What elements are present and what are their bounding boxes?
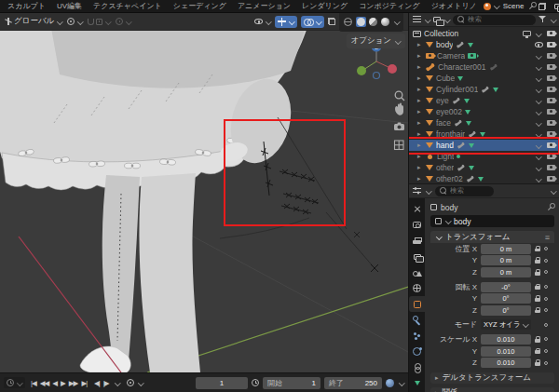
proportional-editing-toggle[interactable] — [116, 18, 131, 25]
properties-tab-object[interactable] — [409, 296, 425, 312]
animate-decorator-icon[interactable] — [544, 361, 548, 365]
lock-icon[interactable] — [535, 269, 540, 276]
properties-tab-particles[interactable] — [409, 328, 425, 344]
object-name-field[interactable]: body — [430, 215, 554, 227]
frame-end-field[interactable]: 終了 250 — [324, 377, 382, 389]
transform-value-field[interactable]: 0 m — [481, 267, 531, 277]
hide-viewport-icon[interactable] — [536, 76, 542, 81]
filter-funnel-icon[interactable] — [539, 16, 547, 23]
disable-render-icon[interactable] — [547, 64, 555, 70]
shading-solid-button[interactable] — [356, 17, 366, 27]
transform-value-field[interactable]: 0 m — [481, 244, 531, 254]
outliner-row-fronthair[interactable]: ▸fronthair — [409, 128, 559, 140]
properties-tab-view-layer[interactable] — [409, 249, 425, 264]
disable-render-icon[interactable] — [547, 109, 555, 115]
toggle-xray-icon[interactable] — [328, 18, 335, 25]
hide-viewport-icon[interactable] — [536, 132, 542, 137]
outliner-row-Cube[interactable]: ▸Cube — [409, 73, 559, 84]
options-button[interactable]: オプション — [347, 34, 406, 48]
transform-orientation-dropdown[interactable]: グローバル — [5, 16, 62, 27]
animate-decorator-icon[interactable] — [544, 285, 548, 289]
expand-arrow-icon[interactable]: ▸ — [417, 130, 423, 138]
display-mode-icon[interactable] — [413, 16, 421, 23]
animate-decorator-icon[interactable] — [544, 297, 548, 301]
hide-viewport-icon[interactable] — [536, 121, 542, 126]
shading-wireframe-button[interactable] — [343, 17, 353, 27]
transform-value-field[interactable]: 0.010 — [481, 334, 531, 345]
disable-render-icon[interactable] — [547, 142, 555, 148]
shading-rendered-button[interactable] — [380, 17, 390, 27]
sphere-icon[interactable] — [386, 379, 394, 387]
play-reverse-button[interactable]: ◀ — [50, 378, 59, 388]
lock-icon[interactable] — [535, 246, 540, 252]
properties-tab-render[interactable] — [409, 217, 425, 233]
expand-arrow-icon[interactable]: ▸ — [417, 97, 423, 104]
blender-icon[interactable] — [484, 3, 491, 10]
expand-arrow-icon[interactable]: ▸ — [417, 63, 423, 71]
viewport-3d[interactable]: グローバル — [0, 13, 408, 372]
properties-tab-modifiers[interactable] — [409, 312, 425, 328]
outliner-row-Character001[interactable]: ▸Character001 — [409, 61, 559, 73]
disable-render-icon[interactable] — [547, 176, 555, 182]
lock-icon[interactable] — [535, 336, 540, 343]
outliner-row-body[interactable]: ▸body — [409, 39, 559, 50]
lock-icon[interactable] — [535, 307, 540, 314]
workspace-tab-3[interactable]: シェーディング — [168, 1, 232, 11]
expand-arrow-icon[interactable]: ▸ — [417, 164, 423, 171]
show-viewport-eye-icon[interactable] — [535, 42, 543, 47]
outliner-row-other02[interactable]: ▸other02 — [409, 173, 559, 183]
workspace-tab-7[interactable]: ジオメトリノ — [426, 1, 483, 11]
chevron-down-icon[interactable] — [138, 381, 144, 385]
workspace-tab-6[interactable]: コンポジティング — [353, 1, 426, 11]
properties-tab-constraints[interactable] — [409, 359, 425, 375]
auto-keying-icon[interactable] — [127, 379, 134, 386]
collapsed-section-0[interactable]: ▸デルタトランスフォーム — [430, 372, 554, 384]
outliner-row-eye[interactable]: ▸eye — [409, 95, 559, 106]
chevron-down-icon[interactable] — [115, 381, 121, 385]
animate-decorator-icon[interactable] — [544, 247, 548, 250]
animate-decorator-icon[interactable] — [544, 323, 548, 327]
frame-start-field[interactable]: 開始 1 — [263, 377, 320, 389]
chevron-down-icon[interactable] — [494, 4, 500, 8]
transform-value-field[interactable]: -0° — [481, 282, 531, 292]
transform-value-field[interactable]: 0.010 — [481, 346, 531, 357]
chevron-down-icon[interactable] — [393, 20, 400, 24]
hide-viewport-icon[interactable] — [536, 155, 542, 159]
scene-name[interactable]: Scene — [503, 2, 525, 10]
outliner-row-eye002[interactable]: ▸eye002 — [409, 106, 559, 117]
hide-viewport-icon[interactable] — [536, 65, 542, 70]
workspace-tab-4[interactable]: アニメーション — [232, 1, 296, 11]
disable-render-icon[interactable] — [547, 120, 555, 126]
expand-arrow-icon[interactable]: ▸ — [417, 153, 423, 160]
outliner-search-input[interactable]: 検索 — [453, 15, 536, 25]
workspace-tab-2[interactable]: テクスチャペイント — [88, 1, 168, 11]
outliner-row-Cylinder001[interactable]: ▸Cylinder001 — [409, 84, 559, 95]
expand-arrow-icon[interactable]: ▸ — [417, 41, 423, 48]
transform-value-field[interactable]: 0 m — [481, 255, 531, 265]
panel-menu-icon[interactable]: ≡ — [545, 233, 550, 242]
hide-viewport-icon[interactable] — [536, 166, 542, 170]
hide-viewport-icon[interactable] — [536, 110, 542, 115]
outliner-row-other[interactable]: ▸other — [409, 162, 559, 173]
transform-value-field[interactable]: XYZ オイラ… — [481, 319, 531, 330]
play-button[interactable]: ▶ — [59, 378, 67, 388]
properties-search-input[interactable]: 検索 — [435, 186, 494, 196]
disable-render-icon[interactable] — [547, 154, 555, 159]
properties-tab-scene[interactable] — [409, 264, 425, 280]
expand-arrow-icon[interactable]: ▸ — [417, 86, 423, 93]
pin-icon[interactable] — [528, 2, 536, 10]
disable-render-icon[interactable] — [547, 42, 555, 47]
transform-value-field[interactable]: 0° — [481, 305, 531, 316]
animate-decorator-icon[interactable] — [544, 259, 548, 263]
properties-tab-object-data[interactable] — [409, 375, 425, 391]
collection-row[interactable]: Collection — [409, 28, 559, 39]
expand-arrow-icon[interactable]: ▸ — [417, 119, 423, 127]
chevron-down-icon[interactable] — [550, 18, 556, 22]
hide-viewport-icon[interactable] — [536, 99, 542, 103]
chevron-down-icon[interactable] — [550, 189, 556, 194]
prev-frame-button[interactable]: ◀| — [92, 378, 102, 388]
disable-render-icon[interactable] — [547, 165, 555, 170]
screen-icon[interactable] — [523, 31, 531, 37]
expand-arrow-icon[interactable]: ▸ — [417, 142, 423, 149]
hide-viewport-icon[interactable] — [536, 32, 542, 36]
